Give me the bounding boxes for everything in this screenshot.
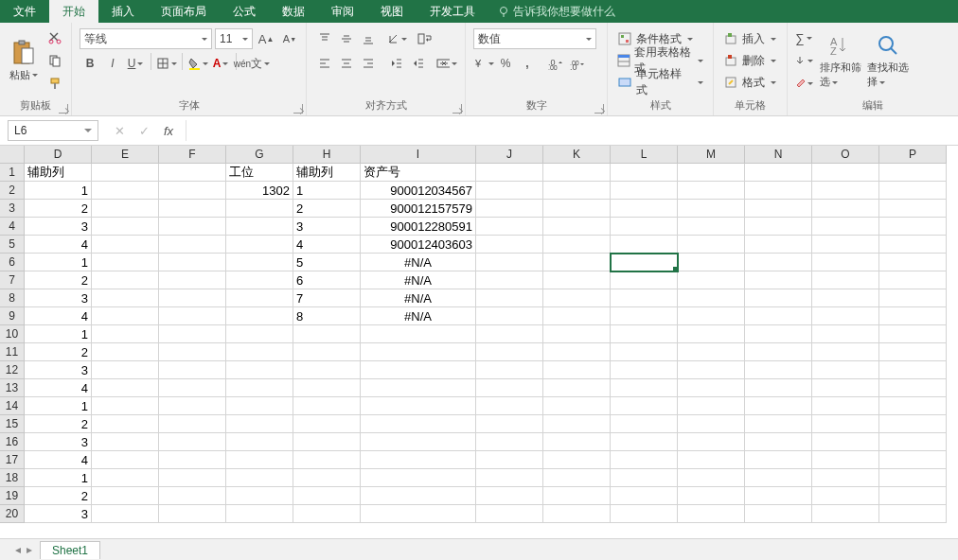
formula-input[interactable]: [186, 120, 958, 141]
cell-F6[interactable]: [159, 254, 226, 271]
cell-F8[interactable]: [159, 289, 226, 307]
align-left-button[interactable]: [314, 53, 335, 74]
copy-button[interactable]: [44, 50, 65, 71]
row-header-20[interactable]: 20: [0, 505, 25, 523]
cell-J1[interactable]: [476, 164, 543, 182]
cell-H5[interactable]: 4: [293, 236, 361, 254]
italic-button[interactable]: I: [102, 53, 123, 74]
number-format-select[interactable]: 数值: [473, 28, 596, 49]
cell-G10[interactable]: [226, 325, 293, 343]
cell-J3[interactable]: [476, 200, 543, 218]
cell-J14[interactable]: [476, 397, 543, 415]
cell-H1[interactable]: 辅助列: [293, 164, 361, 182]
increase-decimal-button[interactable]: .0.00: [545, 53, 566, 74]
cell-J5[interactable]: [476, 236, 543, 254]
cell-F9[interactable]: [159, 307, 226, 325]
cell-K12[interactable]: [543, 361, 611, 379]
row-header-3[interactable]: 3: [0, 200, 25, 218]
col-header-F[interactable]: F: [159, 146, 226, 164]
cell-F20[interactable]: [159, 505, 226, 523]
cell-L18[interactable]: [611, 469, 678, 487]
cell-H4[interactable]: 3: [293, 218, 361, 236]
cell-D17[interactable]: 4: [25, 451, 92, 469]
cell-E8[interactable]: [92, 289, 159, 307]
enter-formula-button[interactable]: ✓: [136, 123, 151, 138]
insert-cells-button[interactable]: 插入: [719, 28, 780, 49]
cell-N13[interactable]: [745, 379, 812, 397]
col-header-P[interactable]: P: [879, 146, 947, 164]
cell-O15[interactable]: [812, 415, 879, 433]
cell-K18[interactable]: [543, 469, 611, 487]
sheet-nav-last-icon[interactable]: ▸: [27, 543, 32, 556]
cell-M2[interactable]: [678, 182, 745, 200]
row-header-4[interactable]: 4: [0, 218, 25, 236]
cell-H2[interactable]: 1: [293, 182, 361, 200]
cell-E16[interactable]: [92, 433, 159, 451]
cell-L8[interactable]: [611, 289, 678, 307]
row-header-10[interactable]: 10: [0, 325, 25, 343]
cell-H8[interactable]: 7: [293, 289, 361, 307]
row-header-13[interactable]: 13: [0, 379, 25, 397]
cell-O6[interactable]: [812, 254, 879, 271]
cell-O8[interactable]: [812, 289, 879, 307]
cell-P6[interactable]: [879, 254, 947, 271]
row-header-6[interactable]: 6: [0, 254, 25, 271]
clear-button[interactable]: [793, 73, 814, 94]
fill-color-button[interactable]: [187, 53, 208, 74]
cell-N11[interactable]: [745, 343, 812, 361]
row-header-12[interactable]: 12: [0, 361, 25, 379]
cell-K8[interactable]: [543, 289, 611, 307]
cell-D19[interactable]: 2: [25, 487, 92, 505]
cell-D18[interactable]: 1: [25, 469, 92, 487]
cell-P19[interactable]: [879, 487, 947, 505]
phonetic-button[interactable]: wén文: [241, 53, 262, 74]
cell-D9[interactable]: 4: [25, 307, 92, 325]
cell-M17[interactable]: [678, 451, 745, 469]
cell-F3[interactable]: [159, 200, 226, 218]
align-center-button[interactable]: [336, 53, 357, 74]
sheet-tab[interactable]: Sheet1: [40, 541, 100, 559]
tab-开发工具[interactable]: 开发工具: [417, 0, 488, 23]
cell-N4[interactable]: [745, 218, 812, 236]
col-header-L[interactable]: L: [611, 146, 678, 164]
cell-D7[interactable]: 2: [25, 271, 92, 289]
cell-P8[interactable]: [879, 289, 947, 307]
cell-L14[interactable]: [611, 397, 678, 415]
cell-H3[interactable]: 2: [293, 200, 361, 218]
cell-H15[interactable]: [293, 415, 361, 433]
cell-K5[interactable]: [543, 236, 611, 254]
cell-K11[interactable]: [543, 343, 611, 361]
cell-L4[interactable]: [611, 218, 678, 236]
decrease-font-button[interactable]: A▼: [279, 28, 300, 49]
cell-O16[interactable]: [812, 433, 879, 451]
tab-公式[interactable]: 公式: [220, 0, 269, 23]
accounting-format-button[interactable]: ¥: [473, 53, 494, 74]
cell-M3[interactable]: [678, 200, 745, 218]
autosum-button[interactable]: ∑: [793, 27, 814, 48]
cell-K14[interactable]: [543, 397, 611, 415]
cell-D11[interactable]: 2: [25, 343, 92, 361]
cell-D1[interactable]: 辅助列: [25, 164, 92, 182]
cell-K13[interactable]: [543, 379, 611, 397]
cell-P12[interactable]: [879, 361, 947, 379]
cell-M13[interactable]: [678, 379, 745, 397]
col-header-M[interactable]: M: [678, 146, 745, 164]
cell-M8[interactable]: [678, 289, 745, 307]
cell-J17[interactable]: [476, 451, 543, 469]
col-header-I[interactable]: I: [361, 146, 476, 164]
increase-indent-button[interactable]: [408, 53, 429, 74]
tab-审阅[interactable]: 审阅: [318, 0, 367, 23]
cell-M19[interactable]: [678, 487, 745, 505]
comma-button[interactable]: ,: [517, 53, 538, 74]
cell-M6[interactable]: [678, 254, 745, 271]
cell-D8[interactable]: 3: [25, 289, 92, 307]
cell-P10[interactable]: [879, 325, 947, 343]
cell-N3[interactable]: [745, 200, 812, 218]
cell-L1[interactable]: [611, 164, 678, 182]
cell-M18[interactable]: [678, 469, 745, 487]
tab-文件[interactable]: 文件: [0, 0, 49, 23]
cell-E10[interactable]: [92, 325, 159, 343]
cell-L3[interactable]: [611, 200, 678, 218]
cell-L7[interactable]: [611, 271, 678, 289]
cell-N8[interactable]: [745, 289, 812, 307]
